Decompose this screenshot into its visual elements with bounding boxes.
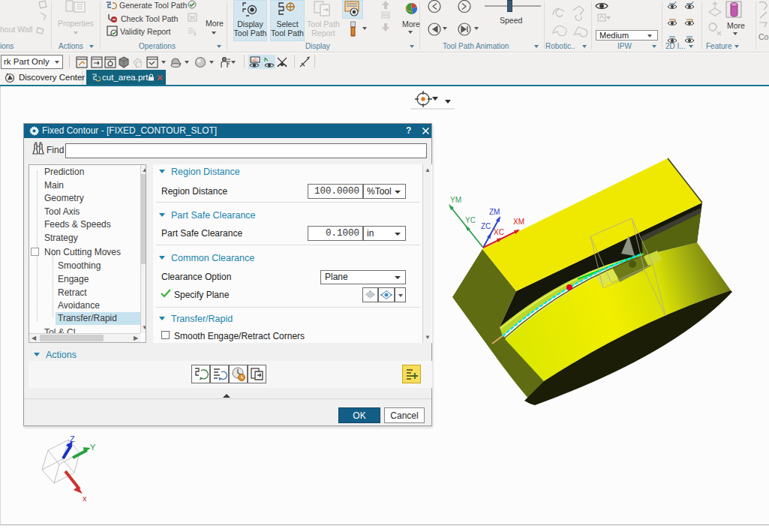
svg-text:YM: YM: [450, 196, 461, 204]
svg-text:XM: XM: [513, 218, 524, 226]
svg-text:YC: YC: [465, 216, 476, 224]
svg-text:ZC: ZC: [481, 222, 491, 230]
svg-text:XC: XC: [494, 228, 504, 236]
svg-text:ZM: ZM: [489, 208, 500, 216]
svg-text:Z: Z: [70, 434, 75, 443]
svg-text:Y: Y: [90, 443, 96, 452]
svg-text:x: x: [83, 494, 87, 503]
